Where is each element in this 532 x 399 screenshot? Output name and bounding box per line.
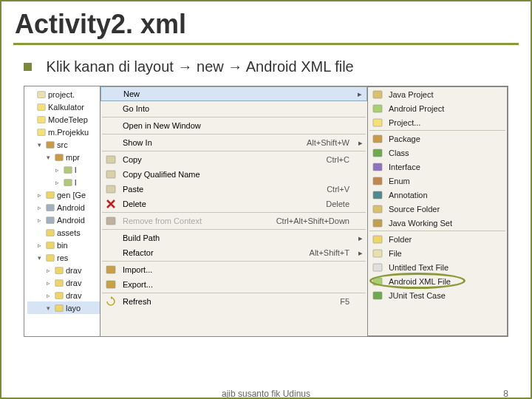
tree-item[interactable]: ▹gen [Ge: [27, 188, 100, 201]
pkg-icon: [372, 133, 383, 145]
collapse-icon[interactable]: ▹: [47, 292, 52, 299]
menu-label: Paste: [123, 185, 143, 194]
menu-item-copy-qualified-name[interactable]: Copy Qualified Name: [100, 167, 367, 182]
submenu-item-annotation[interactable]: Annotation: [368, 188, 507, 202]
submenu-item-source-folder[interactable]: Source Folder: [368, 202, 507, 216]
tree-item[interactable]: ▹l: [27, 176, 100, 188]
menu-label: Remove from Context: [123, 216, 202, 225]
menu-item-refresh[interactable]: RefreshF5: [100, 294, 367, 309]
new-submenu[interactable]: Java ProjectAndroid ProjectProject...Pac…: [367, 86, 508, 336]
submenu-item-junit-test-case[interactable]: JUnit Test Case: [368, 288, 507, 302]
enum-icon: [372, 175, 383, 187]
svg-rect-33: [373, 219, 382, 227]
jws-icon: [372, 217, 383, 229]
tree-item[interactable]: ▾layo: [27, 301, 100, 314]
tree-item[interactable]: assets: [27, 226, 100, 239]
expand-icon[interactable]: ▾: [47, 304, 52, 312]
submenu-item-enum[interactable]: Enum: [368, 174, 507, 188]
tree-item[interactable]: ▾src: [27, 138, 100, 151]
tree-item[interactable]: ▾res: [27, 251, 100, 264]
collapse-icon[interactable]: ▹: [47, 279, 52, 287]
tree-item[interactable]: ▹l: [27, 163, 100, 176]
tree-item[interactable]: ▹Android: [27, 201, 100, 214]
expand-icon[interactable]: ▾: [38, 141, 44, 149]
menu-separator: [102, 261, 366, 262]
menu-label: Open in New Window: [123, 121, 201, 130]
submenu-item-project-[interactable]: Project...: [368, 115, 507, 129]
svg-rect-19: [106, 171, 115, 178]
menu-label: Go Into: [123, 104, 149, 113]
jproj-icon: [372, 89, 383, 100]
collapse-icon[interactable]: ▹: [38, 216, 44, 224]
context-menu[interactable]: New▸Go IntoOpen in New WindowShow InAlt+…: [100, 86, 367, 336]
project-tree[interactable]: project.KalkulatorModeTelepm.Projekku▾sr…: [24, 86, 100, 336]
menu-item-export-[interactable]: Export...: [100, 277, 367, 292]
menu-item-import-[interactable]: Import...: [100, 262, 367, 277]
tree-item[interactable]: ▹drav: [27, 289, 100, 301]
svg-rect-3: [38, 129, 46, 135]
svg-rect-21: [106, 217, 115, 225]
menu-item-show-in[interactable]: Show InAlt+Shift+W▸: [100, 135, 367, 150]
menu-item-delete[interactable]: DeleteDelete: [100, 197, 367, 211]
submenu-label: Android XML File: [389, 277, 451, 286]
submenu-item-android-project[interactable]: Android Project: [368, 101, 507, 115]
tree-item[interactable]: ▹bin: [27, 239, 100, 251]
submenu-item-folder[interactable]: Folder: [368, 232, 507, 246]
menu-shortcut: Alt+Shift+T: [310, 248, 349, 257]
menu-separator: [102, 293, 366, 293]
tree-item[interactable]: m.Projekku: [27, 126, 100, 138]
collapse-icon[interactable]: ▹: [38, 204, 44, 211]
tree-label: Android: [57, 216, 85, 225]
tree-item[interactable]: ▾mpr: [27, 151, 100, 163]
slide-title: Activity2. xml: [1, 1, 531, 43]
submenu-label: File: [389, 249, 402, 258]
tree-item[interactable]: ▹drav: [27, 276, 100, 289]
expand-icon[interactable]: ▾: [38, 254, 44, 262]
submenu-item-interface[interactable]: Interface: [368, 160, 507, 174]
submenu-item-android-xml-file[interactable]: Android XML File: [368, 274, 507, 288]
menu-item-paste[interactable]: PasteCtrl+V: [100, 182, 367, 197]
tree-item[interactable]: project.: [27, 88, 100, 100]
submenu-item-java-project[interactable]: Java Project: [368, 87, 507, 101]
lib-icon: [45, 202, 55, 213]
collapse-icon[interactable]: ▹: [55, 166, 61, 174]
tree-item[interactable]: ModeTelep: [27, 113, 100, 126]
menu-item-build-path[interactable]: Build Path▸: [100, 231, 367, 245]
folder-icon: [45, 240, 55, 250]
tree-item[interactable]: Kalkulator: [27, 100, 100, 113]
delete-icon: [105, 198, 117, 210]
instruction-p1: Klik kanan di layout: [47, 58, 174, 75]
menu-item-open-in-new-window[interactable]: Open in New Window: [100, 118, 367, 133]
submenu-item-java-working-set[interactable]: Java Working Set: [368, 216, 507, 230]
menu-item-copy[interactable]: CopyCtrl+C: [100, 152, 367, 167]
menu-separator: [369, 231, 505, 231]
tree-label: Kalkulator: [48, 103, 84, 112]
menu-item-refactor[interactable]: RefactorAlt+Shift+T▸: [100, 245, 367, 260]
svg-rect-0: [38, 91, 46, 98]
tree-label: bin: [57, 241, 68, 250]
file-icon: [372, 248, 383, 259]
svg-rect-28: [373, 149, 382, 157]
svg-rect-31: [373, 191, 382, 199]
collapse-icon[interactable]: ▹: [47, 267, 52, 274]
menu-item-new[interactable]: New▸: [100, 86, 367, 101]
expand-icon[interactable]: ▾: [47, 154, 52, 161]
lib-icon: [45, 215, 55, 225]
menu-item-go-into[interactable]: Go Into: [100, 101, 367, 116]
svg-rect-16: [55, 292, 64, 299]
aproj-icon: [372, 103, 383, 115]
submenu-item-untitled-text-file[interactable]: Untitled Text File: [368, 260, 507, 274]
submenu-item-file[interactable]: File: [368, 246, 507, 260]
collapse-icon[interactable]: ▹: [38, 191, 44, 199]
collapse-icon[interactable]: ▹: [55, 179, 61, 186]
submenu-item-class[interactable]: Class: [368, 146, 507, 160]
svg-rect-15: [55, 279, 64, 286]
collapse-icon[interactable]: ▹: [38, 242, 44, 249]
tree-item[interactable]: ▹drav: [27, 264, 100, 276]
menu-label: Build Path: [123, 233, 160, 242]
svg-rect-38: [373, 292, 382, 299]
folder-icon: [54, 265, 64, 276]
tree-item[interactable]: ▹Android: [27, 214, 100, 226]
submenu-item-package[interactable]: Package: [368, 132, 507, 146]
submenu-label: Interface: [389, 163, 420, 171]
